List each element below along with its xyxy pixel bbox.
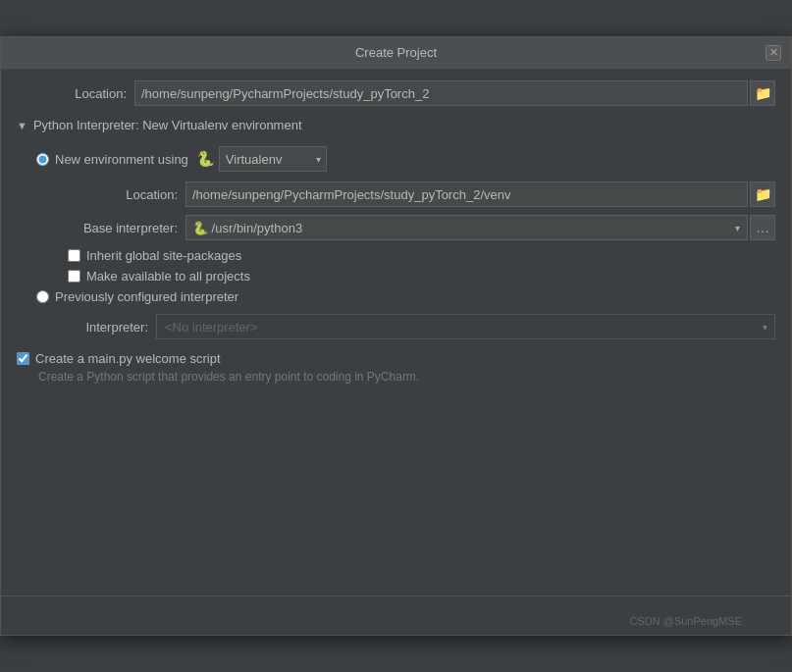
prev-configured-radio-row: Previously configured interpreter [36,289,775,304]
ellipsis-icon: … [756,220,769,235]
base-interpreter-select-wrapper: 🐍 /usr/bin/python3 [185,215,748,240]
interpreter-select[interactable]: <No interpreter> [156,314,775,339]
collapse-arrow-icon[interactable]: ▼ [17,120,27,131]
venv-location-label: Location: [68,187,185,202]
venv-location-row: Location: 📁 [68,181,775,207]
dialog-footer: CSDN @SunPengMSE [1,595,791,635]
create-script-checkbox-row: Create a main.py welcome script [17,351,775,366]
create-script-section: Create a main.py welcome script Create a… [17,351,775,384]
interpreter-section-title: Python Interpreter: New Virtualenv envir… [33,118,302,132]
prev-configured-radio[interactable] [36,290,49,303]
virtualenv-icon: 🐍 [196,150,215,168]
prev-configured-label: Previously configured interpreter [55,289,238,304]
base-interpreter-browse-button[interactable]: … [750,215,775,240]
venv-folder-icon: 📁 [755,186,771,202]
dialog-title: Create Project [355,45,437,60]
create-project-dialog: Create Project ✕ Location: 📁 ▼ Python In… [0,36,792,636]
create-script-description: Create a Python script that provides an … [17,370,775,384]
inherit-label: Inherit global site-packages [86,248,241,263]
env-selector: 🐍 Virtualenv [196,146,327,172]
venv-location-input[interactable] [185,181,748,207]
new-environment-radio-row: New environment using 🐍 Virtualenv [36,146,775,172]
location-input[interactable] [134,80,748,106]
env-type-dropdown-wrapper: Virtualenv [219,146,327,172]
interpreter-section-header: ▼ Python Interpreter: New Virtualenv env… [17,114,775,136]
base-interpreter-label: Base interpreter: [68,221,185,235]
create-script-checkbox[interactable] [17,352,29,365]
venv-browse-button[interactable]: 📁 [750,181,775,207]
interpreter-label: Interpreter: [68,320,156,335]
make-available-checkbox[interactable] [68,270,80,283]
make-available-checkbox-row: Make available to all projects [68,269,775,284]
new-environment-radio[interactable] [36,153,49,166]
env-type-select[interactable]: Virtualenv [219,146,327,172]
create-script-label: Create a main.py welcome script [35,351,221,366]
make-available-label: Make available to all projects [86,269,250,284]
inherit-checkbox[interactable] [68,249,80,262]
base-interpreter-select[interactable]: 🐍 /usr/bin/python3 [185,215,748,240]
location-row: Location: 📁 [17,80,775,106]
interpreter-select-row: Interpreter: <No interpreter> [36,314,775,339]
title-bar: Create Project ✕ [1,37,791,69]
interpreter-dropdown-wrapper: <No interpreter> [156,314,775,339]
new-environment-fields: Location: 📁 Base interpreter: 🐍 /usr/bin… [36,181,775,284]
location-browse-button[interactable]: 📁 [750,80,775,106]
new-environment-label: New environment using [55,152,188,167]
close-button[interactable]: ✕ [766,45,781,61]
base-interpreter-row: Base interpreter: 🐍 /usr/bin/python3 … [68,215,775,240]
folder-icon: 📁 [755,85,771,101]
watermark: CSDN @SunPengMSE [630,615,743,627]
dialog-body: Location: 📁 ▼ Python Interpreter: New Vi… [1,69,791,595]
location-label: Location: [17,86,134,101]
spacer [17,384,775,580]
interpreter-section-content: New environment using 🐍 Virtualenv Locat… [17,146,775,339]
inherit-checkbox-row: Inherit global site-packages [68,248,775,263]
